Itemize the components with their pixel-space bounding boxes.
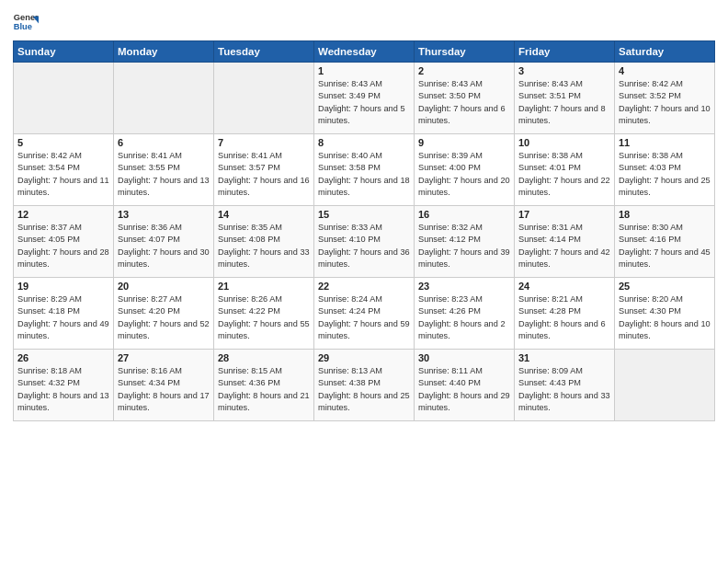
day-info: Sunrise: 8:24 AMSunset: 4:24 PMDaylight:… <box>318 293 410 342</box>
day-cell: 6Sunrise: 8:41 AMSunset: 3:55 PMDaylight… <box>114 134 214 206</box>
day-number: 9 <box>418 137 510 148</box>
day-cell: 25Sunrise: 8:20 AMSunset: 4:30 PMDayligh… <box>615 278 715 350</box>
day-info: Sunrise: 8:15 AMSunset: 4:36 PMDaylight:… <box>218 365 310 414</box>
day-cell: 31Sunrise: 8:09 AMSunset: 4:43 PMDayligh… <box>515 350 615 421</box>
day-cell <box>214 63 314 134</box>
weekday-header-wednesday: Wednesday <box>314 41 415 63</box>
sunset-text: Sunset: 4:08 PM <box>218 234 310 246</box>
weekday-header-thursday: Thursday <box>415 41 515 63</box>
day-info: Sunrise: 8:43 AMSunset: 3:51 PMDaylight:… <box>518 78 610 127</box>
day-info: Sunrise: 8:18 AMSunset: 4:32 PMDaylight:… <box>17 365 109 414</box>
day-number: 16 <box>418 209 510 220</box>
day-cell: 10Sunrise: 8:38 AMSunset: 4:01 PMDayligh… <box>515 134 615 206</box>
sunrise-text: Sunrise: 8:29 AM <box>17 293 109 305</box>
sunrise-text: Sunrise: 8:33 AM <box>318 222 410 234</box>
day-number: 14 <box>218 209 310 220</box>
sunrise-text: Sunrise: 8:20 AM <box>619 293 711 305</box>
day-cell: 22Sunrise: 8:24 AMSunset: 4:24 PMDayligh… <box>314 278 415 350</box>
sunset-text: Sunset: 4:01 PM <box>518 162 610 174</box>
sunrise-text: Sunrise: 8:38 AM <box>518 150 610 162</box>
day-info: Sunrise: 8:09 AMSunset: 4:43 PMDaylight:… <box>518 365 610 414</box>
daylight-text: Daylight: 8 hours and 6 minutes. <box>518 318 610 343</box>
sunset-text: Sunset: 4:18 PM <box>17 305 109 317</box>
day-number: 10 <box>518 137 610 148</box>
sunset-text: Sunset: 4:40 PM <box>418 377 510 389</box>
day-info: Sunrise: 8:36 AMSunset: 4:07 PMDaylight:… <box>118 222 210 270</box>
daylight-text: Daylight: 7 hours and 6 minutes. <box>418 103 510 128</box>
page-container: General Blue SundayMondayTuesdayWednesda… <box>0 0 728 563</box>
daylight-text: Daylight: 8 hours and 29 minutes. <box>418 390 510 415</box>
sunset-text: Sunset: 4:43 PM <box>518 377 610 389</box>
day-cell: 13Sunrise: 8:36 AMSunset: 4:07 PMDayligh… <box>114 206 214 278</box>
sunset-text: Sunset: 4:26 PM <box>418 305 510 317</box>
day-number: 12 <box>17 209 109 220</box>
daylight-text: Daylight: 7 hours and 28 minutes. <box>17 247 109 271</box>
daylight-text: Daylight: 7 hours and 10 minutes. <box>619 103 711 128</box>
day-cell: 18Sunrise: 8:30 AMSunset: 4:16 PMDayligh… <box>615 206 715 278</box>
logo-icon: General Blue <box>13 9 39 35</box>
day-number: 11 <box>619 137 711 148</box>
sunrise-text: Sunrise: 8:36 AM <box>118 222 210 234</box>
day-info: Sunrise: 8:33 AMSunset: 4:10 PMDaylight:… <box>318 222 410 270</box>
sunset-text: Sunset: 4:30 PM <box>619 305 711 317</box>
day-info: Sunrise: 8:23 AMSunset: 4:26 PMDaylight:… <box>418 293 510 342</box>
day-cell: 9Sunrise: 8:39 AMSunset: 4:00 PMDaylight… <box>415 134 515 206</box>
daylight-text: Daylight: 7 hours and 49 minutes. <box>17 318 109 343</box>
sunrise-text: Sunrise: 8:30 AM <box>619 222 711 234</box>
sunrise-text: Sunrise: 8:35 AM <box>218 222 310 234</box>
sunrise-text: Sunrise: 8:41 AM <box>118 150 210 162</box>
sunset-text: Sunset: 3:55 PM <box>118 162 210 174</box>
daylight-text: Daylight: 7 hours and 13 minutes. <box>118 175 210 200</box>
daylight-text: Daylight: 7 hours and 5 minutes. <box>318 103 410 128</box>
day-number: 6 <box>118 137 210 148</box>
day-info: Sunrise: 8:30 AMSunset: 4:16 PMDaylight:… <box>619 222 711 270</box>
sunset-text: Sunset: 3:52 PM <box>619 90 711 102</box>
day-number: 4 <box>619 65 711 76</box>
sunset-text: Sunset: 4:38 PM <box>318 377 410 389</box>
sunset-text: Sunset: 4:20 PM <box>118 305 210 317</box>
day-info: Sunrise: 8:41 AMSunset: 3:55 PMDaylight:… <box>118 150 210 199</box>
day-cell: 26Sunrise: 8:18 AMSunset: 4:32 PMDayligh… <box>14 350 114 421</box>
sunrise-text: Sunrise: 8:23 AM <box>418 293 510 305</box>
daylight-text: Daylight: 8 hours and 17 minutes. <box>118 390 210 415</box>
daylight-text: Daylight: 8 hours and 2 minutes. <box>418 318 510 343</box>
sunset-text: Sunset: 4:16 PM <box>619 234 711 246</box>
day-cell <box>14 63 114 134</box>
day-info: Sunrise: 8:43 AMSunset: 3:50 PMDaylight:… <box>418 78 510 127</box>
day-info: Sunrise: 8:37 AMSunset: 4:05 PMDaylight:… <box>17 222 109 270</box>
day-number: 8 <box>318 137 410 148</box>
day-cell: 24Sunrise: 8:21 AMSunset: 4:28 PMDayligh… <box>515 278 615 350</box>
day-number: 20 <box>118 281 210 292</box>
day-cell: 7Sunrise: 8:41 AMSunset: 3:57 PMDaylight… <box>214 134 314 206</box>
day-cell: 27Sunrise: 8:16 AMSunset: 4:34 PMDayligh… <box>114 350 214 421</box>
week-row-2: 12Sunrise: 8:37 AMSunset: 4:05 PMDayligh… <box>14 206 715 278</box>
sunset-text: Sunset: 4:12 PM <box>418 234 510 246</box>
day-number: 7 <box>218 137 310 148</box>
day-number: 19 <box>17 281 109 292</box>
sunrise-text: Sunrise: 8:27 AM <box>118 293 210 305</box>
sunrise-text: Sunrise: 8:16 AM <box>118 365 210 377</box>
day-cell: 19Sunrise: 8:29 AMSunset: 4:18 PMDayligh… <box>14 278 114 350</box>
day-cell <box>615 350 715 421</box>
day-number: 5 <box>17 137 109 148</box>
sunrise-text: Sunrise: 8:32 AM <box>418 222 510 234</box>
day-info: Sunrise: 8:42 AMSunset: 3:52 PMDaylight:… <box>619 78 711 127</box>
day-info: Sunrise: 8:38 AMSunset: 4:01 PMDaylight:… <box>518 150 610 199</box>
day-number: 23 <box>418 281 510 292</box>
day-info: Sunrise: 8:40 AMSunset: 3:58 PMDaylight:… <box>318 150 410 199</box>
day-info: Sunrise: 8:38 AMSunset: 4:03 PMDaylight:… <box>619 150 711 199</box>
sunrise-text: Sunrise: 8:42 AM <box>17 150 109 162</box>
day-number: 25 <box>619 281 711 292</box>
day-number: 27 <box>118 352 210 363</box>
logo: General Blue <box>13 9 40 35</box>
sunset-text: Sunset: 4:05 PM <box>17 234 109 246</box>
day-number: 18 <box>619 209 711 220</box>
sunrise-text: Sunrise: 8:15 AM <box>218 365 310 377</box>
day-number: 30 <box>418 352 510 363</box>
daylight-text: Daylight: 7 hours and 16 minutes. <box>218 175 310 200</box>
sunrise-text: Sunrise: 8:40 AM <box>318 150 410 162</box>
daylight-text: Daylight: 7 hours and 39 minutes. <box>418 247 510 271</box>
sunset-text: Sunset: 4:07 PM <box>118 234 210 246</box>
daylight-text: Daylight: 7 hours and 59 minutes. <box>318 318 410 343</box>
weekday-header-friday: Friday <box>515 41 615 63</box>
